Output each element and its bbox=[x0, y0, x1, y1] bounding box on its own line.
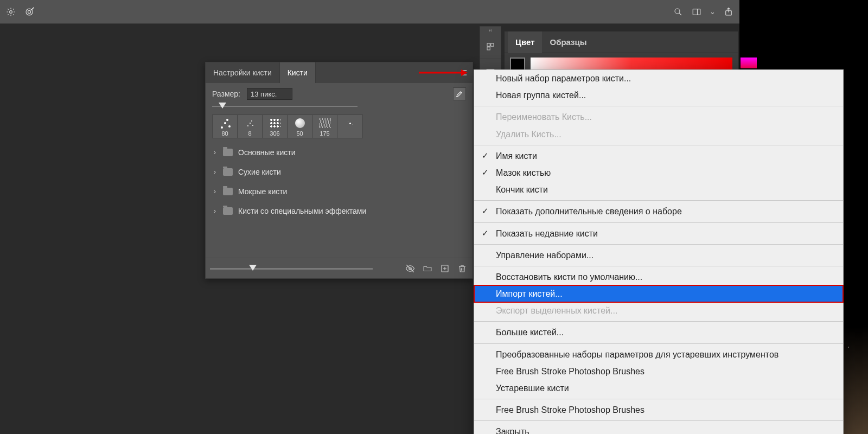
menu-separator bbox=[474, 321, 843, 322]
brush-folder[interactable]: ›Кисти со специальными эффектами bbox=[212, 201, 466, 221]
svg-rect-4 bbox=[693, 9, 700, 15]
menu-item[interactable]: Free Brush Stroke Photoshop Brushes bbox=[474, 401, 843, 418]
share-icon[interactable] bbox=[723, 7, 734, 17]
check-icon: ✓ bbox=[482, 205, 489, 217]
menu-item[interactable]: ✓Мазок кистью bbox=[474, 164, 843, 181]
visibility-toggle-icon[interactable] bbox=[404, 263, 416, 275]
target-icon[interactable] bbox=[24, 7, 35, 17]
size-label: Размер: bbox=[212, 90, 240, 98]
menu-item[interactable]: ✓Показать дополнительные сведения о набо… bbox=[474, 203, 843, 220]
svg-rect-6 bbox=[487, 43, 490, 46]
menu-separator bbox=[474, 420, 843, 421]
menu-item[interactable]: Новый набор параметров кисти... bbox=[474, 70, 843, 87]
brushes-panel: Настройки кисти Кисти Размер: 8083065017… bbox=[205, 62, 473, 279]
menu-item: Экспорт выделенных кистей... bbox=[474, 302, 843, 319]
chevron-right-icon: › bbox=[212, 168, 218, 176]
svg-point-3 bbox=[675, 9, 680, 14]
menu-item: Переименовать Кисть... bbox=[474, 108, 843, 125]
menu-separator bbox=[474, 244, 843, 245]
menu-item-label: Больше кистей... bbox=[496, 328, 564, 337]
svg-point-2 bbox=[28, 10, 30, 13]
trash-icon[interactable] bbox=[456, 263, 468, 275]
recent-brush[interactable]: 175 bbox=[312, 115, 337, 138]
gear-icon[interactable] bbox=[5, 7, 16, 17]
menu-item[interactable]: Управление наборами... bbox=[474, 247, 843, 264]
folder-icon bbox=[223, 207, 233, 215]
menu-item-label: Мазок кистью bbox=[496, 168, 551, 177]
menu-item-label: Преобразованные наборы параметров для ус… bbox=[496, 350, 778, 359]
search-icon[interactable] bbox=[673, 7, 684, 17]
collapse-arrows-icon[interactable]: ‹‹ bbox=[480, 28, 501, 33]
menu-separator bbox=[474, 145, 843, 145]
svg-point-0 bbox=[10, 10, 12, 13]
menu-item-label: Показать недавние кисти bbox=[496, 229, 598, 238]
menu-separator bbox=[474, 222, 843, 223]
menu-item: Удалить Кисть... bbox=[474, 126, 843, 143]
menu-item-label: Переименовать Кисть... bbox=[496, 112, 592, 122]
svg-point-1 bbox=[26, 9, 33, 15]
chevron-right-icon: › bbox=[212, 207, 218, 215]
menu-item[interactable]: ✓Имя кисти bbox=[474, 148, 843, 164]
brush-folder[interactable]: ›Мокрые кисти bbox=[212, 182, 466, 201]
tab-brushes[interactable]: Кисти bbox=[280, 62, 316, 83]
menu-item-label: Восстановить кисти по умолчанию... bbox=[496, 272, 642, 282]
recent-brush[interactable] bbox=[337, 115, 362, 138]
hue-bar[interactable] bbox=[741, 58, 757, 68]
menu-separator bbox=[474, 399, 843, 399]
check-icon: ✓ bbox=[482, 150, 489, 162]
menu-item[interactable]: Кончик кисти bbox=[474, 181, 843, 198]
chevron-right-icon: › bbox=[212, 149, 218, 156]
brush-folders: ›Основные кисти›Сухие кисти›Мокрые кисти… bbox=[212, 143, 466, 221]
menu-separator bbox=[474, 200, 843, 201]
tab-swatches[interactable]: Образцы bbox=[542, 31, 594, 53]
menu-item[interactable]: Новая группа кистей... bbox=[474, 87, 843, 104]
folder-label: Основные кисти bbox=[238, 148, 296, 157]
menu-item[interactable]: Импорт кистей... bbox=[474, 285, 843, 302]
menu-separator bbox=[474, 343, 843, 344]
brush-size-input[interactable] bbox=[247, 88, 292, 100]
new-preset-icon[interactable] bbox=[439, 263, 451, 275]
app-top-bar: ⌄ bbox=[0, 0, 739, 24]
color-spectrum[interactable] bbox=[531, 58, 732, 69]
folder-label: Сухие кисти bbox=[238, 168, 281, 176]
panel-flyout-menu-icon[interactable] bbox=[455, 62, 473, 83]
brush-size-slider[interactable] bbox=[212, 103, 466, 110]
recent-brushes: 80830650175 bbox=[212, 114, 363, 138]
chevron-down-icon[interactable]: ⌄ bbox=[710, 8, 716, 16]
menu-item-label: Показать дополнительные сведения о набор… bbox=[496, 207, 682, 216]
menu-item[interactable]: Free Brush Stroke Photoshop Brushes bbox=[474, 363, 843, 380]
menu-item[interactable]: Закрыть bbox=[474, 423, 843, 434]
folder-label: Кисти со специальными эффектами bbox=[238, 207, 366, 215]
dock-slot-1[interactable] bbox=[480, 34, 501, 59]
menu-item-label: Имя кисти bbox=[496, 151, 537, 161]
menu-item[interactable]: Преобразованные наборы параметров для ус… bbox=[474, 346, 843, 363]
tab-color[interactable]: Цвет bbox=[508, 31, 542, 53]
folder-icon bbox=[223, 188, 233, 195]
chevron-right-icon: › bbox=[212, 188, 218, 195]
menu-item-label: Кончик кисти bbox=[496, 185, 548, 194]
menu-item-label: Новый набор параметров кисти... bbox=[496, 74, 631, 83]
svg-rect-7 bbox=[491, 43, 494, 46]
recent-brush[interactable]: 80 bbox=[213, 115, 238, 138]
folder-label: Мокрые кисти bbox=[238, 187, 287, 196]
menu-item-label: Удалить Кисть... bbox=[496, 130, 561, 139]
tab-brush-settings[interactable]: Настройки кисти bbox=[206, 62, 280, 83]
recent-brush[interactable]: 8 bbox=[238, 115, 263, 138]
folder-icon[interactable] bbox=[422, 263, 433, 275]
folder-icon bbox=[223, 168, 233, 176]
thumbnail-size-slider[interactable] bbox=[210, 265, 373, 272]
live-tip-preview-button[interactable] bbox=[453, 87, 466, 100]
menu-item-label: Закрыть bbox=[496, 427, 529, 434]
menu-item[interactable]: ✓Показать недавние кисти bbox=[474, 225, 843, 242]
brush-folder[interactable]: ›Основные кисти bbox=[212, 143, 466, 162]
recent-brush[interactable]: 50 bbox=[288, 115, 312, 138]
workspace-icon[interactable] bbox=[691, 7, 702, 17]
brush-folder[interactable]: ›Сухие кисти bbox=[212, 162, 466, 182]
menu-item[interactable]: Устаревшие кисти bbox=[474, 380, 843, 397]
menu-item[interactable]: Восстановить кисти по умолчанию... bbox=[474, 269, 843, 285]
menu-item[interactable]: Больше кистей... bbox=[474, 324, 843, 341]
menu-separator bbox=[474, 266, 843, 266]
menu-item-label: Импорт кистей... bbox=[496, 289, 563, 298]
menu-item-label: Управление наборами... bbox=[496, 251, 593, 260]
recent-brush[interactable]: 306 bbox=[263, 115, 288, 138]
